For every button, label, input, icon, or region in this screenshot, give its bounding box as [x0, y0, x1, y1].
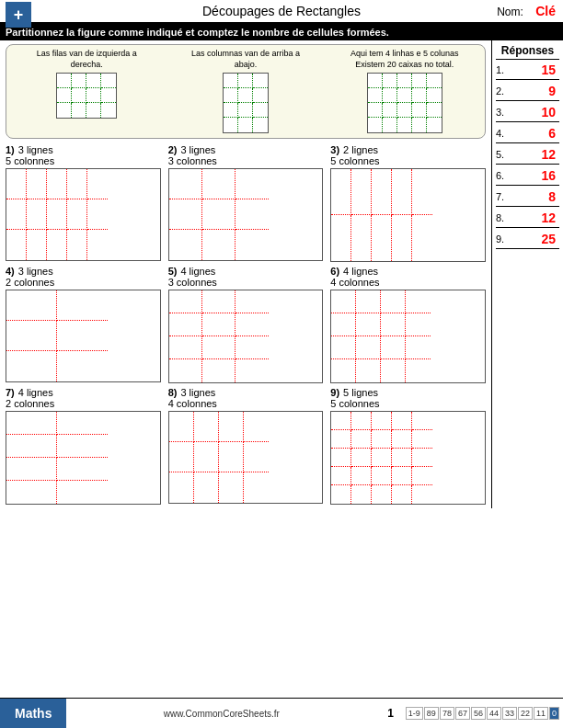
exercise-item-2: 2)3 lignes3 colonnes — [168, 144, 324, 262]
example-box-1: Las filas van de izquierda a derecha. — [10, 49, 164, 134]
footer-code-8: 11 — [534, 707, 548, 720]
exercise-colonnes-6: 4 colonnes — [330, 277, 486, 288]
answer-row-9: 9.25 — [496, 232, 559, 249]
exercise-num-4: 4) — [6, 266, 15, 277]
footer-code-4: 56 — [471, 707, 486, 720]
example-box-2: Las columnas van de arriba a abajo. — [169, 49, 323, 134]
exercise-item-3: 3)2 lignes5 colonnes — [330, 144, 486, 262]
footer-codes: 1-989786756443322110 — [405, 709, 563, 718]
exercise-item-7: 7)4 lignes2 colonnes — [6, 387, 161, 505]
exercise-colonnes-8: 4 colonnes — [168, 398, 324, 409]
answer-row-5: 5.12 — [496, 147, 559, 165]
answers-list: 1.152.93.104.65.126.167.88.129.25 — [496, 63, 559, 249]
instruction-bar: Partitionnez la figure comme indiqué et … — [0, 24, 563, 40]
exercise-num-7: 7) — [6, 387, 15, 398]
footer-code-2: 78 — [440, 707, 454, 720]
answer-val-6: 16 — [511, 168, 559, 183]
exercise-colonnes-1: 5 colonnes — [6, 155, 161, 166]
answer-row-4: 4.6 — [496, 126, 559, 143]
footer-code-5: 44 — [487, 707, 501, 720]
exercise-label-8: 8)3 lignes — [168, 387, 324, 398]
exercise-item-9: 9)5 lignes5 colonnes — [330, 387, 486, 505]
example-label-2b: abajo. — [169, 60, 323, 69]
exercise-lignes-5: 4 lignes — [180, 266, 215, 277]
footer-code-0: 1-9 — [406, 707, 423, 720]
instruction-text: Partitionnez la figure comme indiqué et … — [6, 27, 389, 38]
answer-num-9: 9. — [496, 233, 511, 245]
answer-val-7: 8 — [511, 189, 559, 204]
example-box-3: Aqui tem 4 linhas e 5 colunas Existem 20… — [327, 49, 481, 134]
exercise-label-2: 2)3 lignes — [168, 144, 324, 155]
answer-row-7: 7.8 — [496, 189, 559, 207]
example-label-3b: Existem 20 caixas no total. — [327, 60, 481, 69]
exercise-lignes-2: 3 lignes — [180, 144, 215, 155]
footer-page: 1 — [376, 707, 405, 720]
exercise-grid-3 — [330, 168, 486, 262]
exercise-item-4: 4)3 lignes2 colonnes — [6, 266, 161, 383]
logo: + — [6, 2, 31, 28]
answer-num-8: 8. — [496, 212, 511, 223]
exercise-grid-8 — [168, 411, 324, 504]
example-grid-1 — [10, 73, 164, 119]
answer-row-6: 6.16 — [496, 168, 559, 186]
exercise-num-1: 1) — [6, 144, 15, 155]
answer-val-8: 12 — [511, 210, 559, 225]
footer-url: www.CommonCoreSheets.fr — [66, 709, 376, 719]
nom-label: Nom: — [497, 6, 523, 18]
exercise-lignes-7: 4 lignes — [18, 387, 53, 398]
exercise-grid-1 — [6, 168, 161, 261]
exercise-num-3: 3) — [330, 144, 339, 155]
example-label-1a: Las filas van de izquierda a — [10, 49, 164, 58]
footer-code-3: 67 — [455, 707, 470, 720]
exercise-item-6: 6)4 lignes4 colonnes — [330, 266, 486, 383]
exercise-item-1: 1)3 lignes5 colonnes — [6, 144, 161, 262]
exercises-area: Las filas van de izquierda a derecha. La… — [0, 40, 491, 508]
answer-row-2: 2.9 — [496, 84, 559, 101]
exercise-label-6: 6)4 lignes — [330, 266, 486, 277]
exercise-lignes-1: 3 lignes — [18, 144, 53, 155]
exercise-item-5: 5)4 lignes3 colonnes — [168, 266, 324, 383]
footer-code-1: 89 — [424, 707, 439, 720]
exercises-grid: 1)3 lignes5 colonnes2)3 lignes3 colonnes… — [6, 144, 486, 505]
exercise-grid-6 — [330, 290, 486, 383]
exercise-grid-9 — [330, 411, 486, 505]
answers-title: Réponses — [496, 44, 559, 60]
answer-row-3: 3.10 — [496, 105, 559, 122]
footer-code-6: 33 — [502, 707, 517, 720]
exercise-colonnes-9: 5 colonnes — [330, 398, 486, 409]
example-grid-3 — [327, 73, 481, 134]
exercise-colonnes-5: 3 colonnes — [168, 277, 324, 288]
answer-num-6: 6. — [496, 170, 511, 181]
exercise-label-9: 9)5 lignes — [330, 387, 486, 398]
exercise-lignes-4: 3 lignes — [18, 266, 53, 277]
exercise-colonnes-4: 2 colonnes — [6, 277, 161, 288]
exercise-num-9: 9) — [330, 387, 339, 398]
exercise-lignes-3: 2 lignes — [343, 144, 378, 155]
nom-area: Nom: Clé — [497, 4, 556, 18]
exercise-label-4: 4)3 lignes — [6, 266, 161, 277]
example-label-2a: Las columnas van de arriba a — [169, 49, 323, 58]
exercise-lignes-6: 4 lignes — [343, 266, 378, 277]
exercise-grid-5 — [168, 290, 324, 383]
answer-num-4: 4. — [496, 128, 511, 139]
answers-panel: Réponses 1.152.93.104.65.126.167.88.129.… — [491, 40, 563, 508]
footer-code-7: 22 — [518, 707, 533, 720]
answer-val-4: 6 — [511, 126, 559, 141]
exercise-label-7: 7)4 lignes — [6, 387, 161, 398]
footer: Maths www.CommonCoreSheets.fr 1 1-989786… — [0, 698, 563, 728]
cle-label: Clé — [535, 4, 556, 18]
exercise-num-8: 8) — [168, 387, 178, 398]
exercise-item-8: 8)3 lignes4 colonnes — [168, 387, 324, 505]
answer-row-8: 8.12 — [496, 210, 559, 228]
exercise-lignes-8: 3 lignes — [180, 387, 215, 398]
footer-brand: Maths — [0, 699, 66, 728]
answer-val-2: 9 — [511, 84, 559, 98]
answer-num-5: 5. — [496, 149, 511, 160]
example-label-3a: Aqui tem 4 linhas e 5 colunas — [327, 49, 481, 58]
exercise-num-5: 5) — [168, 266, 178, 277]
answer-num-3: 3. — [496, 107, 511, 118]
example-label-1b: derecha. — [10, 60, 164, 69]
exercise-num-2: 2) — [168, 144, 178, 155]
footer-code-9: 0 — [549, 707, 559, 720]
answer-val-9: 25 — [511, 232, 559, 246]
